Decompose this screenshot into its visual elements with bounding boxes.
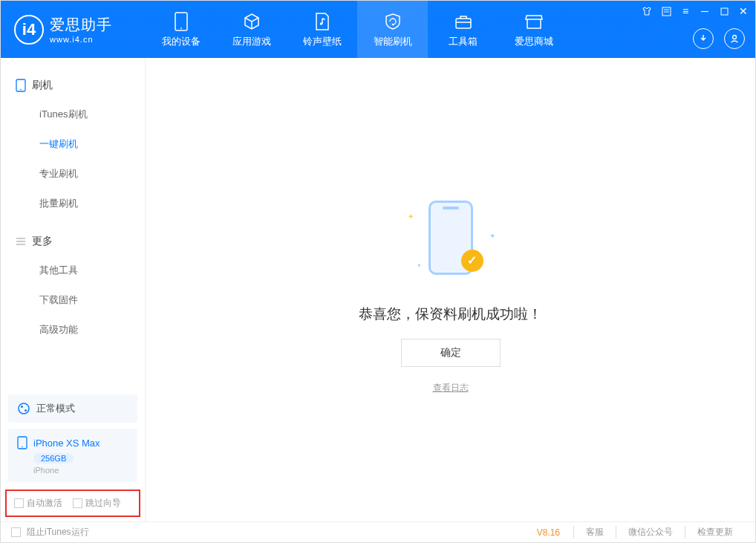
note-icon[interactable]	[660, 5, 672, 17]
footer-link-support[interactable]: 客服	[573, 526, 616, 539]
store-icon	[524, 11, 544, 32]
sidebar-item-advanced[interactable]: 高级功能	[1, 315, 145, 345]
app-header: i4 爱思助手 www.i4.cn 我的设备 应用游戏 铃声壁纸 智能刷机 工具…	[1, 1, 755, 58]
nav-label: 铃声壁纸	[303, 35, 342, 48]
close-icon[interactable]: ✕	[737, 5, 749, 17]
sidebar-group-title: 刷机	[32, 79, 53, 92]
footer-link-wechat[interactable]: 微信公众号	[616, 526, 685, 539]
app-name-en: www.i4.cn	[50, 35, 112, 44]
mode-icon	[17, 402, 30, 415]
checkbox-block-itunes[interactable]: 阻止iTunes运行	[11, 526, 89, 539]
nav-tab-ringtones[interactable]: 铃声壁纸	[287, 1, 357, 58]
check-badge-icon: ✓	[461, 250, 483, 272]
window-controls: ≡ ─ ✕	[641, 5, 749, 17]
music-file-icon	[312, 11, 333, 32]
nav-tab-apps[interactable]: 应用游戏	[216, 1, 287, 58]
footer-link-update[interactable]: 检查更新	[685, 526, 745, 539]
sidebar-item-oneclick-flash[interactable]: 一键刷机	[1, 129, 145, 159]
nav-tabs: 我的设备 应用游戏 铃声壁纸 智能刷机 工具箱 爱思商城	[146, 1, 569, 58]
shirt-icon[interactable]	[641, 5, 653, 17]
sidebar-item-other-tools[interactable]: 其他工具	[1, 256, 145, 285]
nav-label: 工具箱	[449, 35, 478, 48]
nav-label: 我的设备	[162, 35, 201, 48]
svg-rect-7	[721, 8, 728, 15]
logo-text: 爱思助手 www.i4.cn	[50, 15, 112, 44]
svg-point-16	[25, 409, 27, 412]
footer-right: V8.16 客服 微信公众号 检查更新	[537, 526, 745, 539]
device-storage: 256GB	[33, 453, 74, 464]
svg-point-15	[21, 406, 23, 408]
nav-tab-my-device[interactable]: 我的设备	[146, 1, 216, 58]
main-area: 刷机 iTunes刷机 一键刷机 专业刷机 批量刷机 更多 其他工具 下载固件 …	[1, 58, 755, 521]
toolbox-icon	[453, 11, 474, 32]
svg-point-10	[20, 89, 22, 91]
device-name: iPhone XS Max	[33, 438, 100, 449]
success-illustration: ✦ ✦ ✦ ✓	[399, 186, 503, 290]
refresh-shield-icon	[382, 11, 403, 32]
sidebar-group-flash: 刷机	[1, 71, 145, 100]
status-bar: 阻止iTunes运行 V8.16 客服 微信公众号 检查更新	[1, 521, 755, 542]
list-icon	[16, 236, 26, 247]
svg-point-14	[19, 403, 29, 414]
device-type: iPhone	[33, 466, 128, 475]
nav-tab-toolbox[interactable]: 工具箱	[428, 1, 498, 58]
content-area: ✦ ✦ ✦ ✓ 恭喜您，保资料刷机成功啦！ 确定 查看日志	[146, 58, 755, 521]
success-message: 恭喜您，保资料刷机成功啦！	[359, 305, 542, 324]
options-row: 自动激活 跳过向导	[5, 490, 140, 517]
device-box[interactable]: iPhone XS Max 256GB iPhone	[8, 429, 137, 482]
header-action-icons	[693, 28, 745, 49]
svg-rect-3	[456, 19, 471, 28]
svg-point-8	[733, 36, 737, 39]
sidebar-item-itunes-flash[interactable]: iTunes刷机	[1, 100, 145, 129]
sparkle-icon: ✦	[489, 232, 495, 240]
sparkle-icon: ✦	[417, 262, 422, 269]
device-icon	[16, 79, 26, 92]
sidebar-group-title: 更多	[32, 235, 53, 248]
sparkle-icon: ✦	[408, 212, 414, 221]
device-phone-icon	[17, 436, 27, 449]
app-name-cn: 爱思助手	[50, 15, 112, 35]
sidebar-item-download-firmware[interactable]: 下载固件	[1, 285, 145, 315]
menu-icon[interactable]: ≡	[680, 5, 691, 17]
logo-icon: i4	[14, 15, 44, 45]
minimize-icon[interactable]: ─	[699, 5, 711, 17]
download-icon[interactable]	[693, 28, 714, 49]
nav-tab-flash[interactable]: 智能刷机	[357, 1, 428, 58]
checkbox-auto-activate[interactable]: 自动激活	[14, 497, 62, 510]
nav-tab-store[interactable]: 爱思商城	[498, 1, 569, 58]
svg-point-2	[319, 22, 322, 25]
mode-box[interactable]: 正常模式	[8, 394, 137, 423]
svg-point-1	[180, 27, 182, 29]
version-label: V8.16	[537, 527, 560, 538]
user-icon[interactable]	[724, 28, 745, 49]
ok-button[interactable]: 确定	[401, 339, 501, 367]
sidebar: 刷机 iTunes刷机 一键刷机 专业刷机 批量刷机 更多 其他工具 下载固件 …	[1, 58, 146, 521]
maximize-icon[interactable]	[718, 5, 730, 17]
sidebar-item-batch-flash[interactable]: 批量刷机	[1, 189, 145, 218]
checkbox-skip-guide[interactable]: 跳过向导	[73, 497, 121, 510]
nav-label: 应用游戏	[232, 35, 271, 48]
nav-label: 爱思商城	[515, 35, 553, 48]
view-log-link[interactable]: 查看日志	[433, 382, 469, 394]
svg-point-18	[22, 446, 23, 448]
sidebar-group-more: 更多	[1, 227, 145, 256]
logo-area: i4 爱思助手 www.i4.cn	[1, 15, 146, 45]
sidebar-item-pro-flash[interactable]: 专业刷机	[1, 159, 145, 189]
mode-label: 正常模式	[36, 402, 75, 415]
cube-icon	[241, 11, 262, 32]
phone-icon	[171, 11, 192, 32]
nav-label: 智能刷机	[374, 35, 412, 48]
